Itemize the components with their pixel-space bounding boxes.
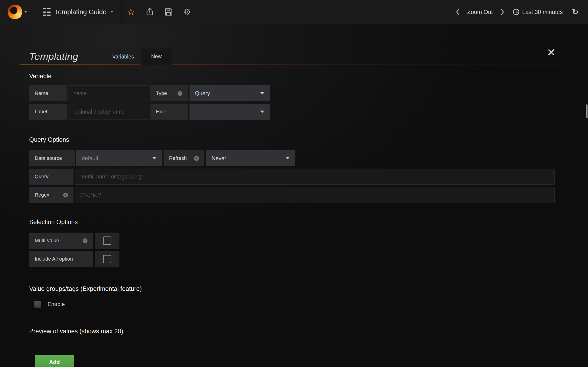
refresh-label: Refresh i [164,150,204,166]
close-icon [548,49,555,56]
star-icon: ☆ [127,7,135,17]
regex-label-text: Regex [35,192,49,198]
type-dropdown[interactable]: Query [190,85,270,101]
value-groups-heading: Value groups/tags (Experimental feature) [29,285,555,292]
label-label: Label [29,104,67,120]
refresh-dropdown-value: Never [212,155,226,161]
page-title: Templating [29,51,78,62]
save-dashboard-button[interactable] [159,0,178,24]
query-options-heading: Query Options [29,136,555,143]
star-dashboard-button[interactable]: ☆ [121,0,140,24]
hide-label: Hide [150,104,188,120]
navbar: Templating Guide ☆ ⚙ Zoom Out [0,0,588,24]
regex-label: Regex i [29,187,73,203]
label-input[interactable] [68,104,149,120]
page-header: Templating Variables New [29,45,555,65]
tab-variables[interactable]: Variables [105,54,141,60]
datasource-dropdown[interactable]: default [76,150,162,166]
grafana-logo-icon [8,5,22,19]
multi-value-label: Multi-value i [29,233,93,249]
query-row: Query [29,169,555,185]
chevron-right-icon [500,8,505,16]
multi-value-checkbox[interactable] [95,233,120,249]
chevron-down-icon [285,157,290,159]
add-button[interactable]: Add [35,355,74,367]
close-button[interactable] [548,49,555,56]
templating-editor: Templating Variables New Variable Name T… [0,45,588,367]
checkbox-icon [103,255,111,263]
multi-value-label-text: Multi-value [35,238,59,244]
include-all-checkbox[interactable] [95,251,120,267]
variable-section-heading: Variable [29,73,555,80]
datasource-dropdown-value: default [82,155,98,161]
query-options-rows: Data source default Refresh i Never Quer… [29,150,555,203]
share-icon [145,8,154,16]
time-shift-forward-button[interactable] [498,8,507,16]
query-input[interactable] [75,169,555,185]
dashboard-title-menu[interactable]: Templating Guide [35,0,121,24]
type-label-text: Type [156,90,167,96]
navbar-timepicker-group: Zoom Out Last 30 minutes ↻ [453,0,588,24]
variable-rows: Name Type i Query Label Hide [29,85,555,120]
type-dropdown-value: Query [195,90,210,97]
refresh-icon: ↻ [572,8,579,16]
chevron-down-icon [260,110,264,113]
type-label: Type i [150,85,188,101]
multi-value-info-icon[interactable]: i [83,238,87,243]
save-icon [164,8,173,16]
variable-label-row: Label Hide [29,104,555,120]
regex-info-icon[interactable]: i [63,193,68,198]
zoom-out-button[interactable]: Zoom Out [464,9,496,15]
variable-name-row: Name Type i Query [29,85,555,101]
refresh-dropdown[interactable]: Never [206,150,295,166]
include-all-label: Include All option [29,251,93,267]
query-label: Query [29,169,73,185]
chevron-left-icon [455,8,460,16]
regex-row: Regex i [29,187,555,203]
enable-label: Enable [48,301,65,307]
selection-options-heading: Selection Options [29,219,555,226]
dashboard-grid-icon [43,8,51,16]
time-shift-back-button[interactable] [453,8,463,16]
hide-dropdown[interactable] [190,104,270,120]
share-dashboard-button[interactable] [140,0,159,24]
refresh-info-icon[interactable]: i [194,156,199,161]
name-label: Name [29,85,67,101]
refresh-label-text: Refresh [169,155,187,161]
datasource-label: Data source [29,150,75,166]
include-all-row: Include All option [29,251,555,267]
grafana-menu-button[interactable] [0,0,35,24]
chevron-down-icon [260,92,264,94]
chevron-down-icon [152,157,156,159]
datasource-row: Data source default Refresh i Never [29,150,555,166]
scrollbar-thumb[interactable] [586,104,588,118]
dashboard-settings-button[interactable]: ⚙ [178,0,197,24]
tab-new[interactable]: New [141,48,172,65]
gear-icon: ⚙ [183,8,191,16]
chevron-down-icon [24,11,27,13]
checkbox-icon [103,236,111,245]
time-range-picker-button[interactable]: Last 30 minutes [509,8,567,15]
dashboard-title: Templating Guide [55,8,107,16]
multi-value-row: Multi-value i [29,233,555,249]
regex-input[interactable] [75,187,555,203]
refresh-dashboard-button[interactable]: ↻ [568,8,582,16]
type-info-icon[interactable]: i [178,91,182,96]
selection-options-rows: Multi-value i Include All option [29,233,555,267]
time-range-label: Last 30 minutes [522,9,563,15]
name-input[interactable] [68,85,149,101]
chevron-down-icon [110,11,113,13]
preview-heading: Preview of values (shows max 20) [29,328,555,335]
enable-toggle[interactable]: Enable [34,301,555,308]
clock-icon [513,8,519,15]
enable-checkbox-icon [34,301,41,308]
